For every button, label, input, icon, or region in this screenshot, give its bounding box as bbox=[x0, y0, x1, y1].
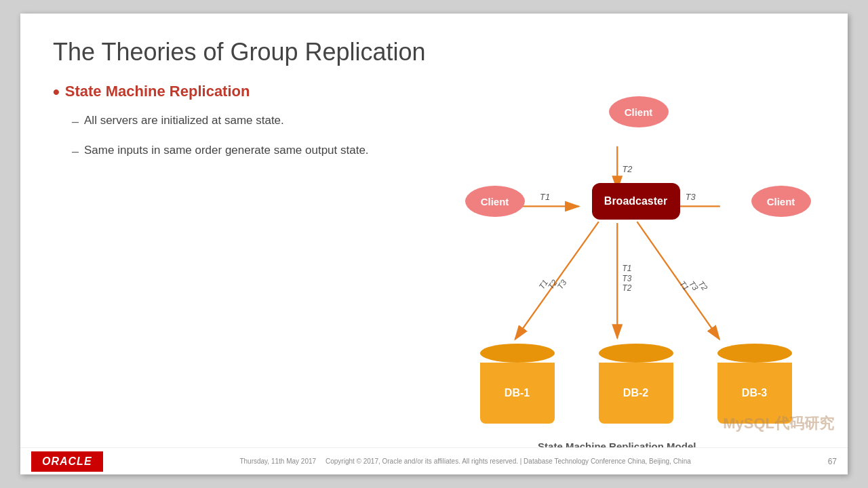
client-top: Client bbox=[609, 96, 669, 127]
db2-body: DB-2 bbox=[599, 363, 673, 424]
db1-cylinder: DB-1 bbox=[480, 344, 555, 424]
broadcaster: Broadcaster bbox=[592, 183, 680, 220]
footer-text: Thursday, 11th May 2017 Copyright © 2017… bbox=[103, 458, 828, 465]
svg-text:T3: T3 bbox=[685, 192, 695, 202]
svg-line-16 bbox=[637, 222, 719, 340]
footer-page: 67 bbox=[828, 457, 837, 466]
db3-top bbox=[717, 344, 792, 363]
watermark: MySQL代码研究 bbox=[723, 413, 834, 434]
db3-cylinder: DB-3 bbox=[717, 344, 792, 424]
svg-text:T1: T1 bbox=[677, 279, 691, 293]
svg-text:T2: T2 bbox=[696, 279, 709, 293]
svg-text:T3: T3 bbox=[686, 279, 700, 293]
db2-cylinder: DB-2 bbox=[599, 344, 673, 424]
slide: The Theories of Group Replication State … bbox=[20, 14, 848, 474]
left-panel: State Machine Replication All servers ar… bbox=[53, 83, 419, 449]
bullet-main: State Machine Replication bbox=[53, 83, 406, 102]
slide-footer: ORACLE Thursday, 11th May 2017 Copyright… bbox=[20, 447, 848, 474]
svg-text:T2: T2 bbox=[622, 283, 631, 293]
diagram: T2 T1 T3 T1 T2 T3 T1 T3 bbox=[419, 83, 815, 435]
svg-text:T3: T3 bbox=[622, 274, 631, 283]
svg-text:T1: T1 bbox=[536, 278, 549, 291]
db1-top bbox=[480, 344, 555, 363]
client-left: Client bbox=[465, 186, 525, 217]
svg-line-8 bbox=[515, 222, 598, 340]
sub-bullet-1: All servers are initialized at same stat… bbox=[72, 113, 406, 130]
slide-title: The Theories of Group Replication bbox=[53, 38, 815, 66]
sub-bullet-2: Same inputs in same order generate same … bbox=[72, 142, 406, 160]
client-right: Client bbox=[751, 186, 811, 217]
svg-text:T1: T1 bbox=[622, 264, 631, 273]
svg-text:T2: T2 bbox=[546, 278, 559, 291]
sub-bullets: All servers are initialized at same stat… bbox=[72, 113, 406, 160]
db1-body: DB-1 bbox=[480, 363, 555, 424]
svg-text:T2: T2 bbox=[622, 164, 632, 174]
db2-top bbox=[599, 344, 673, 363]
oracle-logo: ORACLE bbox=[31, 451, 103, 472]
svg-text:T1: T1 bbox=[540, 192, 550, 202]
svg-text:T3: T3 bbox=[555, 278, 569, 291]
right-panel: T2 T1 T3 T1 T2 T3 T1 T3 bbox=[419, 83, 815, 449]
content-area: State Machine Replication All servers ar… bbox=[53, 83, 815, 449]
